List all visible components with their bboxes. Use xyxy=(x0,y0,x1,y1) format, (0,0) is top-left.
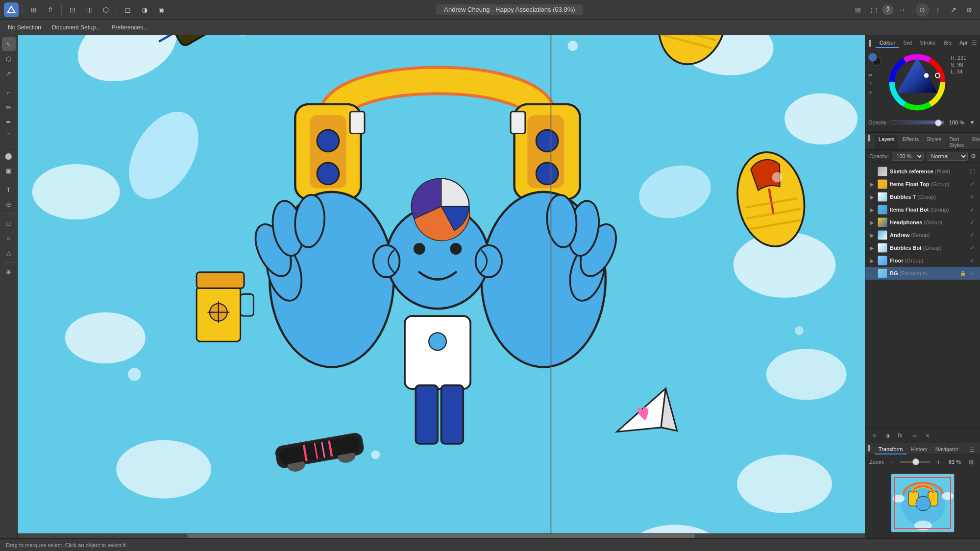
zoom-out-btn[interactable]: − xyxy=(887,457,897,467)
effects-tab[interactable]: Effects xyxy=(899,135,922,149)
layer-expand-icon[interactable]: ▶ xyxy=(869,245,875,251)
pencil-tool[interactable]: ✏ xyxy=(2,100,16,114)
snap-icon[interactable]: ⊞ xyxy=(851,3,865,17)
toolbar-mode3-icon[interactable]: ◉ xyxy=(154,3,168,17)
document-setup-btn[interactable]: Document Setup... xyxy=(48,23,104,32)
gradient-tool[interactable]: ▣ xyxy=(2,164,16,177)
toolbar-new-icon[interactable]: ⊞ xyxy=(27,3,41,17)
layer-visibility-toggle[interactable]: ✓ xyxy=(968,269,976,277)
reset-colors-icon[interactable]: ⊙ xyxy=(868,81,884,86)
opacity-slider-thumb[interactable] xyxy=(935,120,942,126)
layer-mask2-icon[interactable]: ▭ xyxy=(909,430,920,441)
colour-tab[interactable]: Colour xyxy=(876,38,899,48)
layer-expand-icon[interactable]: ▶ xyxy=(869,207,875,213)
layer-floor[interactable]: ▶ Floor (Group) ✓ xyxy=(865,254,980,267)
no-selection-btn[interactable]: No Selection xyxy=(4,23,45,32)
help-icon[interactable]: ? xyxy=(882,4,893,15)
layer-visibility-toggle[interactable]: ✓ xyxy=(968,193,976,201)
layer-visibility-toggle[interactable]: ✓ xyxy=(968,180,976,188)
brs-tab[interactable]: Brs xyxy=(939,38,956,48)
apr-tab[interactable]: Apr xyxy=(956,38,972,48)
persona-pixel-icon[interactable]: ⊙ xyxy=(915,3,929,17)
zoom-slider-thumb[interactable] xyxy=(912,458,919,465)
app-icon[interactable] xyxy=(4,2,19,17)
stock-tab[interactable]: Stock xyxy=(968,135,980,149)
background-swatch[interactable] xyxy=(868,53,877,62)
navigator-thumbnail[interactable] xyxy=(891,474,955,532)
layer-visibility-toggle[interactable]: ✓ xyxy=(968,244,976,252)
preferences-btn[interactable]: Preferences... xyxy=(107,23,152,32)
layer-lock-icon[interactable]: 🔒 xyxy=(960,271,966,276)
layer-expand-icon[interactable]: ▶ xyxy=(869,219,875,225)
layer-items-float-bot[interactable]: ▶ Items Float Bot (Group) ✓ xyxy=(865,203,980,216)
shape-tool[interactable]: △ xyxy=(2,246,16,260)
swap-colors-icon[interactable]: ⇄ xyxy=(868,72,884,77)
toolbar-frame-icon[interactable]: ⬡ xyxy=(99,3,113,17)
layer-fx-icon[interactable]: ⊙ xyxy=(869,430,880,441)
canvas-area[interactable] xyxy=(18,35,865,538)
toolbar-view2-icon[interactable]: ◫ xyxy=(82,3,96,17)
toolbar-share-icon[interactable]: ⇧ xyxy=(44,3,57,17)
color-wheel-container[interactable] xyxy=(888,53,947,114)
text-styles-tab[interactable]: Text Styles xyxy=(946,135,967,149)
ellipse-tool[interactable]: ○ xyxy=(2,231,16,245)
grid-icon[interactable]: ⬚ xyxy=(867,3,881,17)
layer-opacity-select[interactable]: 100 % 75 % 50 % 25 % xyxy=(892,152,924,161)
fill-tool[interactable]: ⬤ xyxy=(2,149,16,163)
zoom-in-btn[interactable]: + xyxy=(933,457,943,467)
layer-mask-icon[interactable]: ◑ xyxy=(882,430,893,441)
layer-visibility-toggle[interactable]: ☐ xyxy=(968,168,976,175)
navigator-tab[interactable]: Navigator xyxy=(932,445,962,455)
transform-tab[interactable]: Transform xyxy=(875,445,906,455)
layers-tab[interactable]: Layers xyxy=(875,135,898,149)
eyedropper-tool[interactable]: ⊙ xyxy=(2,197,16,211)
toolbar-mode1-icon[interactable]: ◻ xyxy=(121,3,135,17)
layer-delete2-icon[interactable]: ✕ xyxy=(922,430,933,441)
text-tool[interactable]: T xyxy=(2,183,16,196)
zoom-fit-btn[interactable]: ⊕ xyxy=(966,457,976,467)
rectangle-tool[interactable]: □ xyxy=(2,216,16,230)
layer-andrew[interactable]: ▶ Andrew (Group) ✓ xyxy=(865,229,980,241)
layer-expand-icon[interactable] xyxy=(869,270,875,276)
opacity-slider[interactable] xyxy=(889,120,944,124)
layer-bubbles-bot[interactable]: ▶ Bubbles Bot (Group) ✓ xyxy=(865,241,980,254)
zoom-tool[interactable]: ⊕ xyxy=(2,265,16,279)
layer-visibility-toggle[interactable]: ✓ xyxy=(968,218,976,226)
toolbar-mode2-icon[interactable]: ◑ xyxy=(138,3,151,17)
color-panel-gear[interactable]: ☰ xyxy=(972,38,977,48)
swt-tab[interactable]: Swt xyxy=(899,38,916,48)
history-tab[interactable]: History xyxy=(907,445,931,455)
canvas-scrollbar-thumb[interactable] xyxy=(187,534,695,538)
layer-items-float-top[interactable]: ▶ Items Float Top (Group) ✓ xyxy=(865,178,980,191)
transform-tool[interactable]: ↗ xyxy=(2,67,16,80)
layers-panel-collapse[interactable]: ▌ xyxy=(868,135,872,149)
zoom-slider-track[interactable] xyxy=(900,461,931,463)
layer-expand-icon[interactable]: ▶ xyxy=(869,258,875,264)
layer-visibility-toggle[interactable]: ✓ xyxy=(968,231,976,239)
styles-tab[interactable]: Styles xyxy=(923,135,945,149)
layer-visibility-toggle[interactable]: ✓ xyxy=(968,257,976,264)
canvas-scrollbar[interactable] xyxy=(18,533,865,538)
persona-add-icon[interactable]: ⊕ xyxy=(962,3,976,17)
layer-expand-icon[interactable]: ▶ xyxy=(869,232,875,238)
node-tool[interactable]: ⬡ xyxy=(2,52,16,66)
panel-collapse-btn[interactable]: ▌ xyxy=(868,38,874,48)
toolbar-view1-icon[interactable]: ⊡ xyxy=(66,3,79,17)
stroke-tab[interactable]: Stroke xyxy=(916,38,940,48)
layer-bubbles-t[interactable]: ▶ Bubbles T (Group) ✓ xyxy=(865,191,980,203)
layer-sketch-reference[interactable]: Sketch reference (Pixel) ☐ xyxy=(865,165,980,178)
no-fill-icon[interactable]: ⊘ xyxy=(868,90,884,95)
persona-export-icon[interactable]: ↗ xyxy=(947,3,960,17)
layer-bg[interactable]: BG (Rectangle) 🔒 ✓ xyxy=(865,267,980,280)
layer-settings-icon[interactable]: ⚙ xyxy=(971,153,976,160)
layer-adjust-icon[interactable]: fx xyxy=(895,430,906,441)
bottom-panel-collapse[interactable]: ▌ xyxy=(868,445,872,455)
persona-vector-icon[interactable]: ↑ xyxy=(931,3,945,17)
layer-expand-icon[interactable] xyxy=(869,168,875,174)
bottom-panel-gear[interactable]: ☰ xyxy=(967,445,977,455)
layer-expand-icon[interactable]: ▶ xyxy=(869,181,875,187)
resize-icon[interactable]: ↔ xyxy=(895,3,909,17)
layer-expand-icon[interactable]: ▶ xyxy=(869,194,875,200)
layer-blend-select[interactable]: Normal Multiply Screen Overlay xyxy=(927,152,968,161)
opacity-expand-icon[interactable]: ▼ xyxy=(967,118,977,127)
